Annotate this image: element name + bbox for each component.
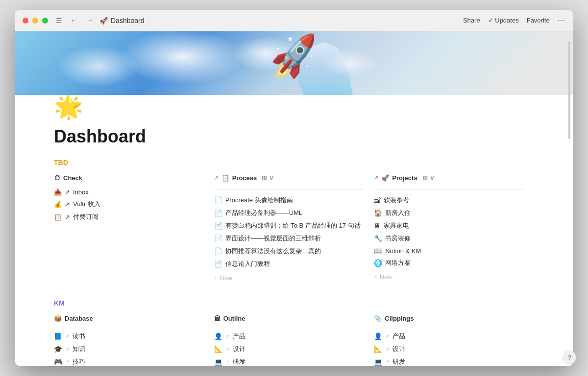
process-new-button[interactable]: + New <box>214 272 365 283</box>
product-icon: 👤 <box>374 332 382 340</box>
updates-button[interactable]: ✓ Updates <box>488 17 519 24</box>
arrow-icon: ↗ <box>65 188 70 196</box>
list-item[interactable]: 🎮 ↗ 技巧 <box>54 355 204 366</box>
doc-icon: 📄 <box>214 196 222 204</box>
list-item[interactable]: 📄 产品经理必备利器——UML <box>214 207 365 219</box>
list-item[interactable]: 🔧 书房装修 <box>374 232 524 245</box>
page-title: Dashboard <box>54 126 534 147</box>
close-button[interactable] <box>23 18 28 24</box>
doc-icon: 📄 <box>214 222 222 230</box>
item-label: Notion & KM <box>385 247 421 255</box>
list-item[interactable]: 📐 ↗ 设计 <box>214 343 365 355</box>
projects-arrow: ↗ <box>374 175 378 181</box>
list-item[interactable]: 💻 ↗ 研发 <box>374 355 524 366</box>
process-section: ↗ 📋 Process ⊞ ∨ 📄 Proc <box>214 174 374 283</box>
sidebar-toggle-icon[interactable]: ☰ <box>56 17 62 24</box>
list-item[interactable]: 📘 ↗ 读书 <box>54 330 204 343</box>
projects-chevron[interactable]: ∨ <box>430 174 435 182</box>
book-icon: 📖 <box>374 247 382 255</box>
process-arrow: ↗ <box>214 175 219 181</box>
item-label: 界面设计——视觉层面的三维解析 <box>225 234 321 243</box>
clippings-header-label: Clippings <box>385 315 414 322</box>
list-item[interactable]: 📥 ↗ Inbox <box>54 187 204 198</box>
item-label: 产品经理必备利器——UML <box>225 209 302 217</box>
favorite-button[interactable]: Favorite <box>527 17 550 24</box>
design-icon: 📐 <box>374 345 382 353</box>
scrollbar[interactable] <box>567 31 571 366</box>
doc-icon: 📄 <box>214 260 222 268</box>
tbd-section-label: TBD <box>54 159 534 166</box>
check-items: 📥 ↗ Inbox 💰 ↗ Vultr 收入 📋 <box>54 187 204 223</box>
projects-header-label: Projects <box>392 174 417 182</box>
process-header-actions: ⊞ ∨ <box>262 174 274 182</box>
item-label: 研发 <box>233 357 245 366</box>
list-item[interactable]: 📐 ↗ 设计 <box>374 343 524 355</box>
item-label: 网络方案 <box>385 258 411 267</box>
list-item[interactable]: 💰 ↗ Vultr 收入 <box>54 198 204 211</box>
app-window: ☰ ← → 🚀 Dashboard Share ✓ Updates Favori… <box>15 10 573 366</box>
scrollbar-thumb[interactable] <box>568 41 570 139</box>
item-label: 家具家电 <box>384 221 409 230</box>
item-label: 读书 <box>73 332 85 341</box>
more-button[interactable]: ··· <box>558 16 565 25</box>
list-item[interactable]: 🎓 ↗ 知识 <box>54 343 204 355</box>
list-item[interactable]: 📄 Procreate 头像绘制指南 <box>214 194 365 207</box>
outline-header-label: Outline <box>223 315 245 322</box>
projects-icon: 🚀 <box>381 174 389 182</box>
list-item[interactable]: 💻 ↗ 研发 <box>214 355 365 366</box>
outline-items: 👤 ↗ 产品 📐 ↗ 设计 💻 ↗ <box>214 330 365 366</box>
projects-items: 🛋 软装参考 🏠 新房入住 🖥 家具家电 <box>374 194 524 269</box>
process-header-label: Process <box>232 174 257 182</box>
list-item[interactable]: 📄 协同推荐算法没有这么复杂，真的 <box>214 245 365 258</box>
list-item[interactable]: 🛋 软装参考 <box>374 194 524 207</box>
item-label: 技巧 <box>73 357 85 366</box>
help-button[interactable]: ? <box>563 351 573 364</box>
maximize-button[interactable] <box>42 18 48 24</box>
arrow-icon: ↗ <box>225 333 230 340</box>
list-item[interactable]: 👤 ↗ 产品 <box>374 330 524 343</box>
clippings-section: 📎 Clippings 👤 ↗ 产品 📐 ↗ <box>374 315 534 366</box>
list-item[interactable]: 📄 界面设计——视觉层面的三维解析 <box>214 232 365 245</box>
list-item[interactable]: 📄 有赞白鸦内部培训：给 To B 产品经理的 17 句话 <box>214 219 365 232</box>
database-items: 📘 ↗ 读书 🎓 ↗ 知识 🎮 ↗ <box>54 330 204 366</box>
share-button[interactable]: Share <box>463 17 480 24</box>
inbox-label: Inbox <box>73 188 89 196</box>
item-label: 设计 <box>392 345 405 353</box>
projects-divider <box>374 189 524 190</box>
design-icon: 📐 <box>214 345 222 353</box>
outline-icon: 🏛 <box>214 315 220 322</box>
list-item[interactable]: 📖 Notion & KM <box>374 245 524 257</box>
arrow-icon: ↗ <box>385 359 390 365</box>
titlebar: ☰ ← → 🚀 Dashboard Share ✓ Updates Favori… <box>15 10 573 31</box>
page-icon: 🌟 <box>54 93 534 120</box>
projects-new-button[interactable]: + New <box>374 271 524 282</box>
arrow-icon: ↗ <box>385 346 390 352</box>
forward-button[interactable]: → <box>84 15 96 26</box>
database-header: 📦 Database <box>54 315 204 325</box>
plus-icon: + <box>374 273 378 281</box>
list-item[interactable]: 🖥 家具家电 <box>374 219 524 232</box>
arrow-icon: ↗ <box>385 333 390 340</box>
item-label: 协同推荐算法没有这么复杂，真的 <box>225 247 321 256</box>
database-section: 📦 Database 📘 ↗ 读书 🎓 ↗ <box>54 315 214 366</box>
item-label: 产品 <box>233 332 245 341</box>
process-chevron[interactable]: ∨ <box>269 174 274 182</box>
hero-banner: 🚀 <box>15 31 573 95</box>
projects-db-icon: ⊞ <box>422 174 428 182</box>
item-label: 设计 <box>233 345 245 353</box>
list-item[interactable]: 👤 ↗ 产品 <box>214 330 365 343</box>
skills-icon: 🎮 <box>54 358 62 366</box>
clippings-header: 📎 Clippings <box>374 315 524 325</box>
dev-icon: 💻 <box>214 358 222 366</box>
item-label: 新房入住 <box>385 209 411 217</box>
list-item[interactable]: 🌐 网络方案 <box>374 257 524 269</box>
back-button[interactable]: ← <box>68 15 80 26</box>
list-item[interactable]: 📋 ↗ 付费订阅 <box>54 211 204 223</box>
minimize-button[interactable] <box>32 18 38 24</box>
list-item[interactable]: 📄 信息论入门教程 <box>214 258 365 270</box>
knowledge-icon: 🎓 <box>54 345 62 353</box>
list-item[interactable]: 🏠 新房入住 <box>374 207 524 219</box>
check-header-label: Check <box>63 174 82 182</box>
vultr-label: Vultr 收入 <box>73 200 100 209</box>
doc-icon: 📄 <box>214 209 222 217</box>
